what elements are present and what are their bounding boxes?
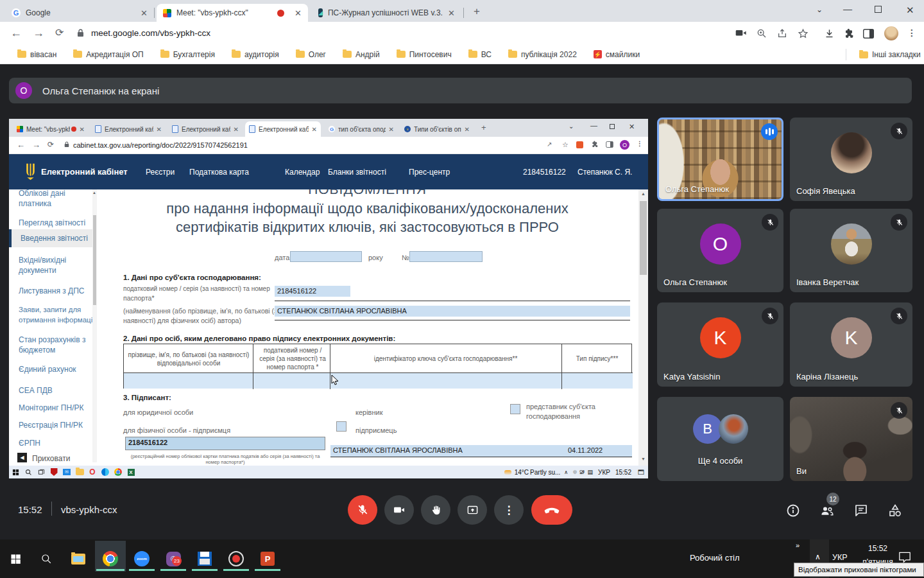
mic-button[interactable] [348,495,377,525]
bookmark-folder[interactable]: Бухгалтерія [152,50,223,59]
tax-nav-item[interactable]: Календар [285,168,320,177]
tab-close-icon[interactable]: ✕ [289,8,302,18]
new-tab-button[interactable]: + [474,5,480,18]
bookmark-folder[interactable]: аудиторія [223,50,287,59]
participant-tile[interactable]: O Ольга Степанюк [657,209,783,292]
sidebar-item[interactable]: Листування з ДПС [19,286,93,296]
window-minimize[interactable]: — [843,4,852,14]
more-options-button[interactable]: ⋮ [494,495,524,525]
zoom-icon[interactable] [757,28,767,39]
screencast-icon[interactable] [735,29,746,38]
desktop-label[interactable]: Робочий стіл [690,553,740,563]
sidebar-item[interactable]: ЄРПН [19,438,93,448]
tax-nav-item[interactable]: Прес-центр [409,168,450,177]
sidebar-item[interactable]: Заяви, запити для отримання інформації [19,304,97,325]
participant-tile[interactable]: Софія Явецька [790,118,912,201]
sidebar-item[interactable]: Перегляд звітності [19,218,93,228]
chat-button[interactable] [853,503,869,518]
tab-close-icon[interactable]: ✕ [135,8,148,18]
end-call-button[interactable] [531,495,572,525]
tab-search-chevron[interactable]: ⌄ [816,5,823,14]
avatar: K [831,317,872,358]
taskbar-zoom[interactable]: zoom [132,548,152,569]
tax-brand[interactable]: Електронний кабінет [41,167,128,177]
sidebar-item[interactable]: Реєстрація ПН/РК [19,420,93,430]
shared-tabstrip: Meet: "vbs-ypkh-c ✕ Електронний кабінет✕… [9,119,648,137]
sidebar-item[interactable]: Єдиний рахунок [19,364,93,374]
profile-avatar[interactable] [884,26,898,40]
self-tile[interactable]: Ви [790,397,912,481]
participant-tile[interactable]: K Каріна Лізанець [790,302,912,387]
sidebar-item[interactable]: Вхідні/вихідні документи [19,255,93,276]
bookmark-folder[interactable]: ВС [460,50,500,59]
taskbar-explorer[interactable] [68,548,89,569]
representative-checkbox[interactable] [510,404,520,414]
table-cell-input[interactable] [253,373,330,389]
participant-tile-speaking[interactable]: Ольга Степанюк [657,118,783,201]
tax-nav-item[interactable]: Реєстри [146,168,175,177]
browser-menu-icon[interactable]: ⋮ [907,28,916,38]
participant-tile[interactable]: K Katya Yatsishin [657,302,783,387]
table-cell-input[interactable] [562,373,633,389]
camera-button[interactable] [384,495,414,525]
sidebar-item-active[interactable]: Введення звітності [21,233,95,243]
taskbar-more[interactable]: » [796,541,800,549]
sidebar-item[interactable]: Моніторинг ПН/РК [19,403,93,413]
participant-tile[interactable]: Іванка Веретчак [790,209,912,292]
tax-user-name[interactable]: Степанюк С. Я. [578,168,632,177]
bookmark-folder[interactable]: Пинтосевич [388,50,460,59]
info-button[interactable] [785,503,801,518]
tab-google[interactable]: G Google ✕ [5,4,154,22]
other-bookmarks[interactable]: Інші закладки [851,50,924,59]
bookmark-star-icon[interactable] [798,28,809,39]
delegates-table: прізвище, ім'я, по батькові (за наявност… [123,344,632,389]
sidebar-item[interactable]: Облікові дані платника [19,189,93,209]
tax-nav-item[interactable]: Бланки звітності [328,168,386,177]
entrepreneur-checkbox[interactable] [336,421,346,432]
collapse-icon[interactable]: ◀ [17,453,27,462]
bookmark-folder[interactable]: публікація 2022 [500,50,585,59]
taskbar-recorder[interactable] [226,548,246,569]
window-close[interactable]: ✕ [906,4,914,16]
page-scrollbar[interactable]: ▲ ▼ [638,189,648,466]
taskbar-chrome[interactable] [100,548,121,569]
raise-hand-button[interactable] [421,495,450,525]
taskbar-search[interactable] [36,548,56,569]
overflow-tile[interactable]: B Ще 4 особи [657,397,783,481]
tray-chevron[interactable]: ∧ [815,552,821,561]
forward-icon[interactable]: → [33,26,44,40]
taskbar-floppy[interactable] [194,548,215,569]
number-input[interactable] [409,251,483,262]
table-cell-input[interactable] [124,373,253,389]
share-icon[interactable] [777,28,787,39]
tab-meet[interactable]: Meet: "vbs-ypkh-ccx" ✕ [157,4,308,22]
download-icon[interactable] [824,28,835,39]
sidebar-item[interactable]: Стан розрахунків з бюджетом [19,335,93,355]
tab-journal[interactable]: ◢ ПС-Журнал успішності WEB v.3. ✕ [312,4,461,22]
signer-id-input[interactable]: 2184516122 [125,437,325,450]
table-cell-input[interactable] [330,373,561,389]
notification-icon[interactable] [898,551,911,563]
sidebar-item[interactable]: СЕА ПДВ [19,385,93,396]
bookmark-folder[interactable]: Андрій [334,50,388,59]
bookmark-smileys[interactable]: ⚡смайлики [585,50,648,59]
start-button[interactable] [5,548,26,569]
bookmark-folder[interactable]: вівасан [9,50,65,59]
window-restore[interactable] [875,6,882,13]
date-input[interactable] [290,251,362,262]
bookmark-folder[interactable]: Олег [287,50,334,59]
language-indicator[interactable]: УКР [832,553,848,562]
taskbar-powerpoint[interactable]: P [257,548,278,569]
reload-icon[interactable]: ⟳ [55,26,64,39]
tab-close-icon[interactable]: ✕ [443,8,455,18]
bookmark-folder[interactable]: Акредитація ОП [65,50,151,59]
activities-button[interactable] [887,503,903,518]
present-button[interactable] [458,495,487,525]
tax-nav-item[interactable]: Податкова карта [189,168,249,177]
url-bar[interactable]: meet.google.com/vbs-ypkh-ccx [91,28,210,38]
taskbar-viber[interactable]: ✆ 23 [163,548,184,569]
back-icon[interactable]: ← [10,26,22,40]
form-title: ПОВІДОМЛЕННЯ [96,189,638,197]
extensions-puzzle-icon[interactable] [844,28,855,39]
sidepanel-icon[interactable] [863,29,874,39]
